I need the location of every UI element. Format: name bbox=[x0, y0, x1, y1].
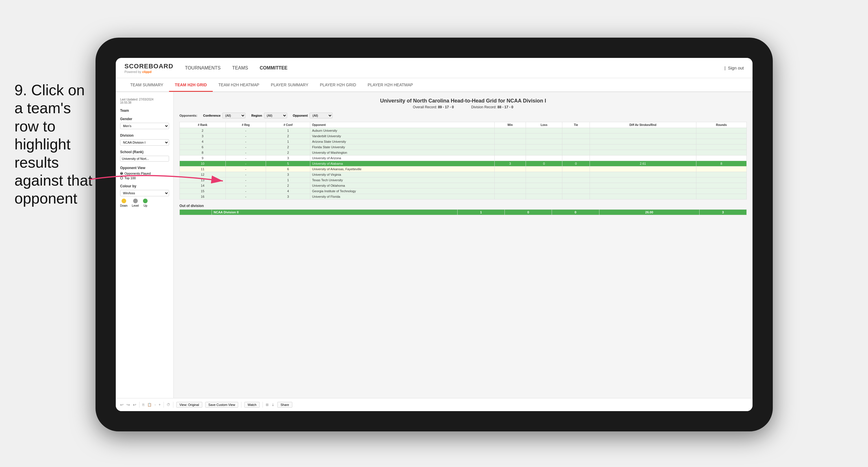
cell-tie bbox=[562, 194, 590, 200]
out-division-table: NCAA Division II 1 0 0 26.00 3 bbox=[180, 209, 747, 215]
cell-reg: - bbox=[225, 194, 266, 200]
col-opponent: Opponent bbox=[310, 122, 495, 128]
table-row[interactable]: 3 - 2 Vanderbilt University bbox=[180, 134, 747, 139]
cell-rank: 3 bbox=[180, 134, 226, 139]
col-diff: Diff Av Strokes/Rnd bbox=[590, 122, 696, 128]
clock-icon[interactable]: ⏱ bbox=[167, 403, 170, 407]
cell-rounds bbox=[696, 139, 746, 144]
division-select[interactable]: NCAA Division I bbox=[120, 139, 169, 146]
cell-opponent: University of Arkansas, Fayetteville bbox=[310, 167, 495, 172]
out-division-row[interactable]: NCAA Division II 1 0 0 26.00 3 bbox=[180, 210, 747, 215]
tablet-screen: SCOREBOARD Powered by clippd TOURNAMENTS… bbox=[116, 58, 752, 411]
cell-rounds bbox=[696, 188, 746, 194]
legend-down-dot bbox=[122, 199, 126, 203]
sign-out-button[interactable]: Sign out bbox=[728, 65, 744, 70]
tab-team-h2h-heatmap[interactable]: TEAM H2H HEATMAP bbox=[213, 79, 265, 92]
col-tie: Tie bbox=[562, 122, 590, 128]
table-row[interactable]: 16 - 3 University of Florida bbox=[180, 194, 747, 200]
plus-icon[interactable]: + bbox=[159, 403, 161, 407]
table-row[interactable]: 4 - 1 Arizona State University bbox=[180, 139, 747, 144]
cell-loss bbox=[526, 172, 562, 177]
out-division-rounds: 3 bbox=[699, 210, 746, 215]
nav-teams[interactable]: TEAMS bbox=[232, 64, 248, 72]
cell-win bbox=[494, 155, 526, 161]
cell-conf: 2 bbox=[266, 134, 310, 139]
opponent-view-section: Opponent View Opponents Played Top 100 bbox=[120, 166, 169, 180]
redo-icon[interactable]: ↪ bbox=[126, 403, 130, 407]
table-row[interactable]: 13 - 1 Texas Tech University bbox=[180, 177, 747, 183]
gender-label: Gender bbox=[120, 117, 169, 121]
cell-reg: - bbox=[225, 134, 266, 139]
cell-loss bbox=[526, 128, 562, 134]
tab-team-summary[interactable]: TEAM SUMMARY bbox=[124, 79, 169, 92]
table-row[interactable]: 8 - 2 University of Washington bbox=[180, 150, 747, 155]
cell-loss bbox=[526, 139, 562, 144]
copy-icon[interactable]: ⎘ bbox=[143, 403, 145, 407]
cell-opponent: Arizona State University bbox=[310, 139, 495, 144]
cell-conf: 1 bbox=[266, 177, 310, 183]
tab-player-summary[interactable]: PLAYER SUMMARY bbox=[265, 79, 314, 92]
share-button[interactable]: Share bbox=[277, 402, 292, 408]
colour-select[interactable]: Win/loss bbox=[120, 190, 169, 196]
view-original-button[interactable]: View: Original bbox=[176, 402, 202, 408]
conference-select[interactable]: (All) bbox=[222, 113, 245, 118]
undo-icon[interactable]: ↩ bbox=[120, 403, 124, 407]
tab-player-h2h-grid[interactable]: PLAYER H2H GRID bbox=[314, 79, 362, 92]
toolbar: ↩ ↪ ↩ ⎘ 📋 - + ⏱ View: Original Save Cust… bbox=[116, 398, 752, 411]
school-value[interactable]: University of Nort... bbox=[120, 156, 169, 162]
col-rank: # Rank bbox=[180, 122, 226, 128]
cell-reg: - bbox=[225, 150, 266, 155]
tab-player-h2h-heatmap[interactable]: PLAYER H2H HEATMAP bbox=[362, 79, 419, 92]
colour-section: Colour by Win/loss Down Level bbox=[120, 184, 169, 207]
legend-level: Level bbox=[132, 199, 139, 207]
nav-committee[interactable]: COMMITTEE bbox=[259, 64, 287, 72]
paste-icon[interactable]: 📋 bbox=[147, 403, 152, 407]
cell-reg: - bbox=[225, 161, 266, 167]
opponent-select[interactable]: (All) bbox=[309, 113, 333, 118]
gender-select[interactable]: Men's bbox=[120, 123, 169, 129]
cell-win bbox=[494, 150, 526, 155]
table-row[interactable]: 12 - 3 University of Virginia bbox=[180, 172, 747, 177]
watch-button[interactable]: Watch bbox=[244, 402, 259, 408]
filter-row: Opponents: Conference (All) Region (All) bbox=[180, 113, 747, 118]
cell-reg: - bbox=[225, 177, 266, 183]
cell-reg: - bbox=[225, 144, 266, 150]
table-row[interactable]: 11 - 6 University of Arkansas, Fayettevi… bbox=[180, 167, 747, 172]
table-row[interactable]: 10 - 5 University of Alabama 3 0 0 2.61 … bbox=[180, 161, 747, 167]
tab-team-h2h-grid[interactable]: TEAM H2H GRID bbox=[169, 79, 212, 92]
cell-diff bbox=[590, 139, 696, 144]
export-icon[interactable]: ⤓ bbox=[272, 403, 274, 407]
instruction-number: 9. bbox=[14, 82, 27, 98]
cell-loss bbox=[526, 150, 562, 155]
region-select[interactable]: (All) bbox=[264, 113, 287, 118]
cell-reg: - bbox=[225, 155, 266, 161]
table-row[interactable]: 14 - 2 University of Oklahoma bbox=[180, 183, 747, 188]
cell-tie bbox=[562, 188, 590, 194]
undo2-icon[interactable]: ↩ bbox=[133, 403, 136, 407]
table-row[interactable]: 6 - 2 Florida State University bbox=[180, 144, 747, 150]
nav-tournaments[interactable]: TOURNAMENTS bbox=[185, 64, 221, 72]
toolbar-divider3 bbox=[173, 402, 174, 408]
main-content: Last Updated: 27/03/2024 16:55:38 Team G… bbox=[116, 92, 752, 398]
save-custom-view-button[interactable]: Save Custom View bbox=[205, 402, 239, 408]
cell-rank: 9 bbox=[180, 155, 226, 161]
table-row[interactable]: 2 - 1 Auburn University bbox=[180, 128, 747, 134]
cell-loss bbox=[526, 167, 562, 172]
cell-opponent: Georgia Institute of Technology bbox=[310, 188, 495, 194]
col-win: Win bbox=[494, 122, 526, 128]
grid-icon[interactable]: ⊞ bbox=[266, 403, 269, 407]
radio-top100[interactable]: Top 100 bbox=[120, 176, 169, 180]
cell-reg: - bbox=[225, 167, 266, 172]
table-row[interactable]: 9 - 3 University of Arizona bbox=[180, 155, 747, 161]
radio-opponents-played[interactable]: Opponents Played bbox=[120, 172, 169, 175]
cell-win bbox=[494, 194, 526, 200]
radio-dot-top100 bbox=[120, 177, 123, 179]
col-rounds: Rounds bbox=[696, 122, 746, 128]
out-of-division-section: Out of division NCAA Division II 1 0 0 2… bbox=[180, 204, 747, 215]
cell-rounds bbox=[696, 155, 746, 161]
cell-opponent: University of Arizona bbox=[310, 155, 495, 161]
table-row[interactable]: 15 - 4 Georgia Institute of Technology bbox=[180, 188, 747, 194]
cell-rounds bbox=[696, 167, 746, 172]
sub-nav: TEAM SUMMARY TEAM H2H GRID TEAM H2H HEAT… bbox=[116, 78, 752, 92]
cell-opponent: Florida State University bbox=[310, 144, 495, 150]
